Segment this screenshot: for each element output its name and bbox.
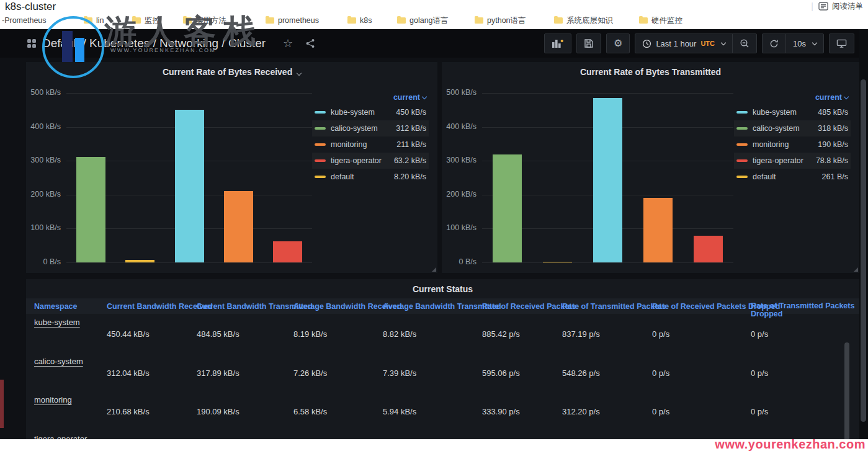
column-header[interactable]: Rate of Transmitted Packets [562, 302, 666, 311]
share-icon[interactable] [305, 29, 315, 58]
refresh-interval-picker[interactable]: 10s [785, 34, 823, 53]
add-panel-button[interactable] [544, 33, 571, 53]
series-color-swatch [315, 176, 326, 178]
table-cell: 8.82 kB/s [383, 329, 416, 339]
bookmark-item[interactable]: 实用方法 [183, 14, 226, 27]
legend-series-value: 8.20 kB/s [394, 172, 426, 181]
plot-area [482, 93, 733, 262]
star-icon[interactable]: ☆ [283, 29, 293, 58]
time-picker-group: Last 1 hour UTC [635, 33, 757, 53]
legend-item[interactable]: kube-system485 kB/s [734, 104, 851, 120]
series-color-swatch [315, 127, 326, 130]
timezone-label: UTC [700, 40, 715, 47]
legend-series-name: tigera-operator [331, 156, 394, 165]
chevron-down-icon [721, 40, 726, 45]
bookmark-item[interactable]: -Prometheus [2, 14, 47, 27]
page-scrollbar-thumb[interactable] [861, 79, 866, 422]
legend-series-name: kube-system [331, 108, 396, 117]
bookmark-item[interactable]: 监控 [132, 14, 160, 27]
table-cell: 0 p/s [652, 407, 669, 416]
series-color-swatch [315, 111, 326, 114]
bookmark-label: 系统底层知识 [566, 16, 613, 26]
gridline [482, 262, 733, 263]
add-panel-icon [552, 38, 564, 48]
bar-slot [633, 93, 683, 262]
footer-strip: www.yourenkezhan.com [0, 439, 868, 451]
series-color-swatch [736, 176, 748, 178]
bookmark-item[interactable]: prometheus [266, 14, 319, 27]
dashboard-header: Default / Kubernetes / Networking / Clus… [0, 29, 868, 58]
bookmark-item[interactable]: golang语言 [397, 14, 449, 27]
zoom-out-button[interactable] [732, 34, 756, 53]
legend-item[interactable]: monitoring190 kB/s [734, 136, 851, 153]
folder-icon [266, 17, 274, 24]
y-tick-label: 500 kB/s [442, 88, 477, 97]
bar-slot [66, 93, 115, 262]
gear-icon: ⚙ [614, 38, 622, 48]
breadcrumb[interactable]: Default / Kubernetes / Networking / Clus… [42, 29, 266, 58]
legend-series-value: 190 kB/s [818, 140, 848, 149]
kiosk-mode-button[interactable] [829, 33, 854, 53]
table-cell: 595.06 p/s [482, 368, 520, 378]
y-tick-label: 100 kB/s [26, 223, 61, 232]
legend-item[interactable]: calico-system318 kB/s [734, 120, 851, 136]
monitor-icon [836, 38, 847, 48]
bookmark-item[interactable]: 硬件监控 [639, 14, 682, 27]
bookmark-item[interactable]: lin [84, 14, 104, 27]
legend-item[interactable]: kube-system450 kB/s [312, 104, 429, 120]
save-dashboard-button[interactable] [576, 33, 601, 53]
apps-icon[interactable] [27, 39, 36, 48]
y-tick-label: 0 B/s [442, 257, 477, 266]
bookmark-item[interactable]: python语言 [475, 14, 526, 27]
panel-menu-chevron-icon[interactable] [295, 67, 301, 77]
panel-title-row[interactable]: Current Rate of Bytes Transmitted [442, 67, 859, 77]
table-cell: 885.42 p/s [482, 329, 520, 339]
table-cell: 210.68 kB/s [107, 407, 150, 416]
legend-item[interactable]: default261 B/s [734, 169, 851, 185]
column-header[interactable]: Namespace [34, 302, 78, 311]
legend-item[interactable]: default8.20 kB/s [312, 169, 429, 185]
legend-column-header[interactable]: current [734, 91, 851, 104]
bookmarks-bar: -Prometheuslin监控实用方法prometheusk8sgolang语… [0, 14, 868, 27]
refresh-button[interactable] [763, 34, 785, 53]
legend-series-name: default [753, 172, 822, 181]
time-range-picker[interactable]: Last 1 hour UTC [635, 34, 732, 53]
namespace-link[interactable]: calico-system [34, 357, 83, 366]
table-scrollbar-thumb[interactable] [844, 342, 849, 439]
series-color-swatch [315, 143, 326, 146]
table-cell: 0 p/s [751, 329, 768, 339]
bar-monitoring [643, 198, 673, 262]
left-edge-red-strip [0, 380, 4, 428]
table-cell: 837.19 p/s [562, 329, 600, 339]
namespace-link[interactable]: tigera-operator [34, 434, 87, 439]
legend-item[interactable]: tigera-operator63.2 kB/s [312, 153, 429, 169]
refresh-icon [769, 39, 779, 48]
legend-series-name: kube-system [753, 108, 818, 117]
bookmark-label: python语言 [487, 16, 526, 26]
folder-icon [183, 17, 192, 24]
panel-title-row[interactable]: Current Rate of Bytes Received [26, 67, 437, 77]
legend-series-value: 63.2 kB/s [394, 156, 426, 165]
namespace-link[interactable]: kube-system [34, 318, 80, 327]
bookmark-label: 监控 [145, 16, 160, 26]
legend-item[interactable]: calico-system312 kB/s [312, 120, 429, 136]
grafana-dashboard: Default / Kubernetes / Networking / Clus… [0, 29, 868, 439]
legend-item[interactable]: monitoring211 kB/s [312, 136, 429, 153]
dashboard-settings-button[interactable]: ⚙ [606, 33, 630, 53]
bookmark-item[interactable]: 系统底层知识 [554, 14, 613, 27]
legend-series-name: default [331, 172, 394, 181]
legend-series-name: monitoring [753, 140, 818, 149]
legend-series-value: 450 kB/s [396, 108, 426, 117]
bookmark-item[interactable]: k8s [347, 14, 372, 27]
reading-list-button[interactable]: 阅读清单 [818, 1, 863, 12]
bar-slot [482, 93, 532, 262]
namespace-link[interactable]: monitoring [34, 395, 72, 404]
y-tick-label: 500 kB/s [26, 88, 61, 97]
refresh-group: 10s [762, 33, 824, 53]
legend-column-header[interactable]: current [312, 91, 429, 104]
page-scrollbar [859, 29, 868, 439]
reading-list-label: 阅读清单 [832, 1, 863, 12]
folder-icon [397, 17, 406, 24]
legend-item[interactable]: tigera-operator78.8 kB/s [734, 153, 851, 169]
legend-header-label: current [393, 93, 420, 102]
